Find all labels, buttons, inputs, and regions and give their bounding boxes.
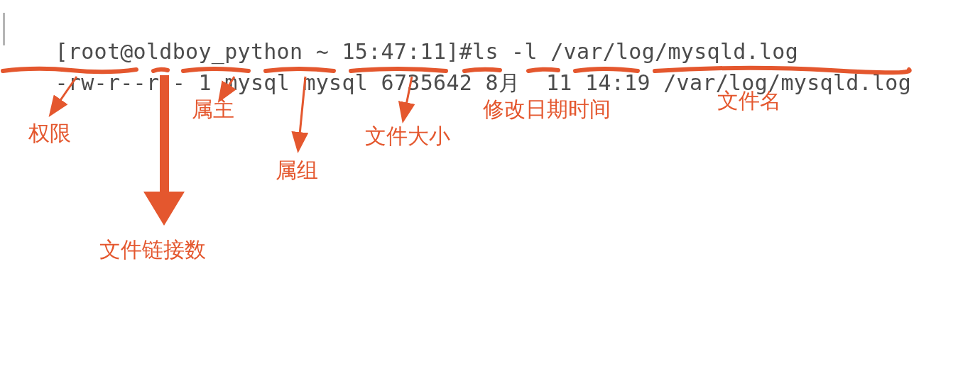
label-mtime: 修改日期时间 (483, 95, 611, 124)
label-filename: 文件名 (717, 87, 781, 116)
label-permissions: 权限 (28, 119, 71, 148)
field-filename: /var/log/mysqld.log (663, 70, 911, 95)
field-permissions: -rw-r--r-- (55, 70, 185, 95)
label-owner: 属主 (192, 95, 234, 124)
field-month: 8月 (485, 70, 520, 95)
label-links: 文件链接数 (99, 236, 206, 265)
field-day: 11 (546, 70, 572, 95)
field-size: 6735642 (381, 70, 473, 95)
label-group: 属组 (276, 156, 318, 185)
field-linkcount: 1 (198, 70, 211, 95)
diagram-stage: [root@oldboy_python ~ 15:47:11]#ls -l /v… (0, 0, 980, 386)
field-owner: mysql (224, 70, 290, 95)
field-time: 14:19 (585, 70, 650, 95)
field-group: mysql (303, 70, 368, 95)
label-size: 文件大小 (365, 122, 450, 151)
